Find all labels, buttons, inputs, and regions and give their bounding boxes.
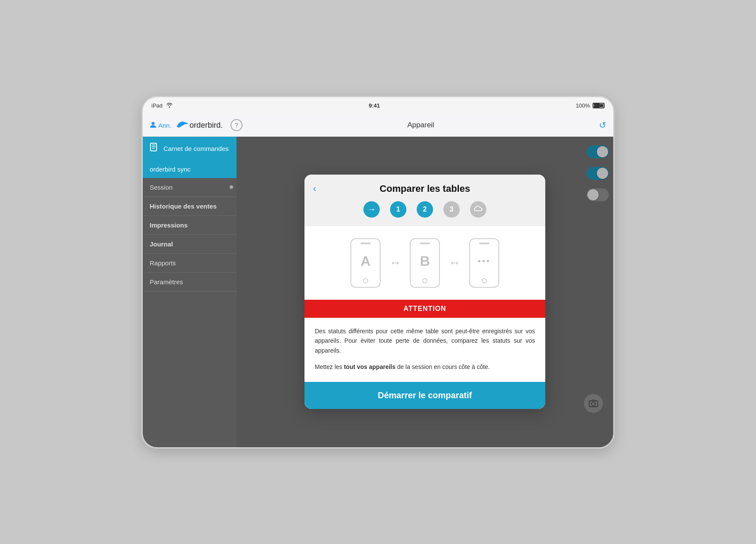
battery-icon <box>593 103 605 108</box>
sidebar-item-parametres[interactable]: Paramètres <box>143 273 237 292</box>
step-1-label: 1 <box>396 206 400 213</box>
svg-point-0 <box>152 122 155 125</box>
logo-text: orderbird. <box>190 121 223 130</box>
content-area: ‹ Comparer les tables → 1 2 <box>237 137 613 447</box>
refresh-button[interactable]: ↺ <box>599 120 606 130</box>
device-c: ••• <box>469 238 499 288</box>
cloud-icon <box>474 205 482 214</box>
main-area: Carnet de commandes orderbird sync Sessi… <box>143 137 613 447</box>
device-a-letter: A <box>360 253 370 269</box>
sidebar-item-sync[interactable]: orderbird sync <box>143 160 237 178</box>
ann-label: Ann. <box>158 122 172 129</box>
step-indicators: → 1 2 3 <box>304 201 545 226</box>
sidebar-rapports-label: Rapports <box>150 259 176 267</box>
cta-label: Démarrer le comparatif <box>378 390 472 400</box>
battery-pct: 100% <box>576 102 590 109</box>
sidebar-session-label: Session <box>150 184 172 191</box>
device-a-button <box>363 278 368 283</box>
person-icon <box>150 121 157 129</box>
modal-text-1: Des statuts différents pour cette même t… <box>315 326 535 355</box>
modal-title: Comparer les tables <box>315 183 535 194</box>
arrow-ab: ↔ <box>389 256 401 270</box>
status-bar: iPad 9:41 100% <box>143 97 613 114</box>
device-c-speaker <box>479 243 489 244</box>
sidebar-dot <box>230 185 233 189</box>
devices-area: A ↔ B ↔ ••• <box>304 226 545 300</box>
device-c-dots: ••• <box>478 256 491 266</box>
sidebar-header: Carnet de commandes <box>143 137 237 160</box>
modal-text-2: Mettez les tout vos appareils de la sess… <box>315 362 535 372</box>
ipad-frame: iPad 9:41 100% Ann. <box>141 96 615 449</box>
arrow-bc: ↔ <box>449 256 461 270</box>
top-nav-center-label: Appareil <box>249 121 592 129</box>
sidebar-sync-label: orderbird sync <box>150 166 191 173</box>
sidebar-item-rapports[interactable]: Rapports <box>143 254 237 273</box>
bird-icon <box>176 120 188 131</box>
sidebar-historique-label: Historique des ventes <box>150 203 217 210</box>
device-b: B <box>410 238 440 288</box>
step-3-label: 3 <box>450 206 454 213</box>
status-right: 100% <box>576 102 605 109</box>
help-label: ? <box>235 122 238 129</box>
device-b-button <box>422 278 427 283</box>
modal-header: ‹ Comparer les tables <box>304 175 545 201</box>
device-b-letter: B <box>420 253 430 269</box>
modal-back-button[interactable]: ‹ <box>313 183 316 194</box>
sidebar-item-impressions[interactable]: Impressions <box>143 216 237 235</box>
modal-overlay: ‹ Comparer les tables → 1 2 <box>237 137 613 447</box>
step-cloud <box>470 201 486 218</box>
sidebar-item-session[interactable]: Session <box>143 178 237 197</box>
modal-text-2-prefix: Mettez les <box>315 363 344 370</box>
ann-button[interactable]: Ann. <box>150 121 172 129</box>
device-label: iPad <box>151 102 163 109</box>
step-2-label: 2 <box>423 206 427 213</box>
sidebar-parametres-label: Paramètres <box>150 278 183 286</box>
device-a-speaker <box>360 243 371 244</box>
cta-button[interactable]: Démarrer le comparatif <box>304 382 545 409</box>
sidebar-item-historique[interactable]: Historique des ventes <box>143 197 237 216</box>
wifi-icon <box>166 102 173 109</box>
step-3: 3 <box>443 201 460 218</box>
step-arrow: → <box>363 201 380 218</box>
modal-text-2-bold: tout vos appareils <box>344 363 396 370</box>
sidebar-header-label: Carnet de commandes <box>163 145 229 152</box>
top-nav-right: ↺ <box>599 120 606 130</box>
device-b-speaker <box>420 243 430 244</box>
top-nav-left: Ann. orderbird. ? <box>150 119 243 131</box>
modal-text-2-suffix: de la session en cours côte à côte. <box>396 363 490 370</box>
help-button[interactable]: ? <box>230 119 243 131</box>
book-icon <box>150 143 159 154</box>
device-c-button <box>482 278 487 283</box>
svg-rect-1 <box>151 143 157 151</box>
sidebar-impressions-label: Impressions <box>150 221 187 229</box>
sidebar-journal-label: Journal <box>150 240 173 248</box>
step-1: 1 <box>390 201 406 218</box>
status-time: 9:41 <box>369 102 380 109</box>
orderbird-logo: orderbird. <box>176 120 223 131</box>
step-arrow-label: → <box>367 204 376 214</box>
sidebar-item-journal[interactable]: Journal <box>143 235 237 254</box>
top-nav: Ann. orderbird. ? Appareil ↺ <box>143 114 613 137</box>
attention-label: ATTENTION <box>403 305 446 312</box>
modal-dialog: ‹ Comparer les tables → 1 2 <box>304 175 545 409</box>
step-2: 2 <box>417 201 433 218</box>
device-a: A <box>350 238 381 288</box>
modal-body: Des statuts différents pour cette même t… <box>304 318 545 382</box>
attention-banner: ATTENTION <box>304 300 545 318</box>
sidebar: Carnet de commandes orderbird sync Sessi… <box>143 137 237 447</box>
status-left: iPad <box>151 102 173 109</box>
